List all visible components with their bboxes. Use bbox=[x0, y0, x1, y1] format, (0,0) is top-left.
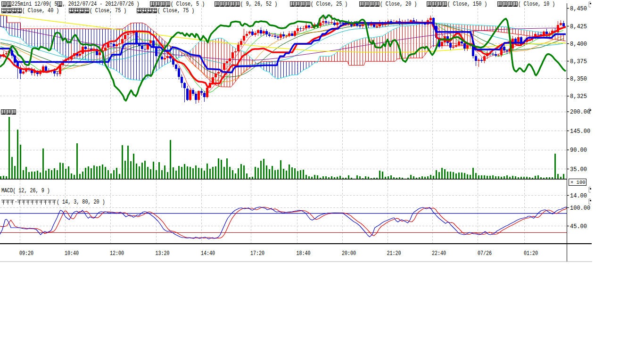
svg-text:17:20: 17:20 bbox=[250, 250, 264, 257]
svg-text:8,400: 8,400 bbox=[570, 41, 587, 48]
svg-text:8,350: 8,350 bbox=[570, 76, 587, 82]
svg-text:45.00: 45.00 bbox=[570, 223, 587, 230]
svg-text:21:20: 21:20 bbox=[387, 250, 401, 257]
svg-text:14.00: 14.00 bbox=[570, 193, 587, 199]
svg-text:8,425: 8,425 bbox=[570, 24, 587, 30]
svg-text:14:40: 14:40 bbox=[201, 250, 215, 257]
svg-text:12:00: 12:00 bbox=[110, 250, 124, 257]
svg-text:90.00: 90.00 bbox=[570, 147, 587, 154]
svg-text:8,450: 8,450 bbox=[570, 6, 587, 12]
svg-text:10:40: 10:40 bbox=[65, 250, 79, 257]
svg-text:100.00: 100.00 bbox=[570, 205, 590, 212]
svg-text:20:00: 20:00 bbox=[342, 250, 356, 257]
svg-text:07/26: 07/26 bbox=[478, 250, 492, 257]
svg-text:× 100: × 100 bbox=[570, 180, 586, 185]
svg-text:35.00: 35.00 bbox=[570, 166, 587, 173]
svg-text:200.00: 200.00 bbox=[570, 109, 590, 115]
svg-text:09:20: 09:20 bbox=[19, 250, 33, 257]
svg-text:18:40: 18:40 bbox=[297, 250, 311, 257]
svg-text:8,325: 8,325 bbox=[570, 93, 587, 100]
svg-text:8,375: 8,375 bbox=[570, 58, 587, 65]
svg-text:01:20: 01:20 bbox=[524, 250, 538, 257]
svg-text:13:20: 13:20 bbox=[156, 250, 170, 257]
svg-text:145.00: 145.00 bbox=[570, 128, 590, 135]
svg-text:22:40: 22:40 bbox=[432, 250, 446, 257]
